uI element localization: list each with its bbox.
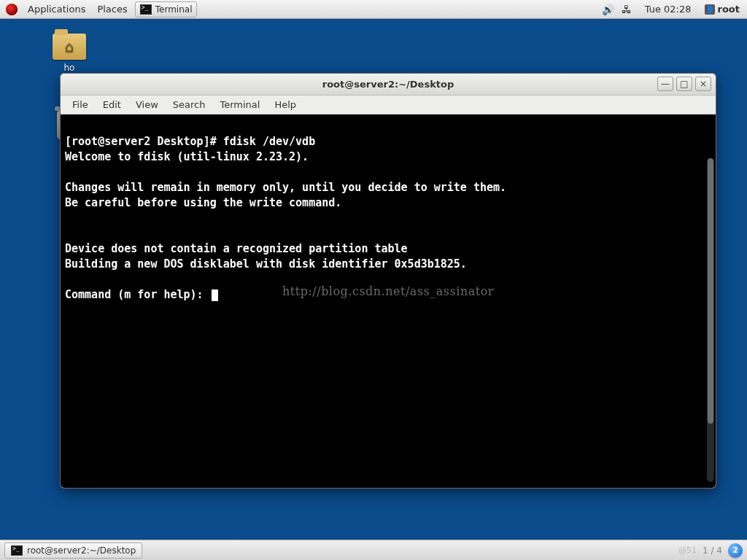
close-button[interactable]: × — [695, 77, 711, 91]
terminal-prompt: Command (m for help): — [65, 288, 218, 301]
desktop-home-label: ho — [44, 63, 95, 73]
scrollbar[interactable] — [707, 158, 714, 482]
maximize-button[interactable]: □ — [676, 77, 692, 91]
window-title: root@server2:~/Desktop — [61, 79, 716, 90]
scrollbar-thumb[interactable] — [708, 158, 713, 424]
terminal-viewport[interactable]: [root@server2 Desktop]# fdisk /dev/vdb W… — [61, 114, 716, 488]
menu-view[interactable]: View — [128, 97, 166, 112]
taskbar-terminal-label: Terminal — [155, 4, 193, 15]
terminal-icon — [140, 4, 152, 15]
terminal-line: Be careful before using the write comman… — [65, 196, 341, 209]
applications-menu[interactable]: Applications — [22, 0, 91, 18]
terminal-line: [root@server2 Desktop]# fdisk /dev/vdb — [65, 135, 315, 148]
workspace-switcher[interactable]: 2 — [728, 543, 743, 558]
user-menu[interactable]: 👤 root — [705, 4, 740, 15]
taskbar-terminal-button[interactable]: Terminal — [135, 1, 198, 18]
clock[interactable]: Tue 02:28 — [639, 0, 697, 18]
folder-home-icon — [53, 34, 86, 60]
menu-search[interactable]: Search — [166, 97, 213, 112]
terminal-line: Building a new DOS disklabel with disk i… — [65, 257, 467, 271]
distro-icon[interactable] — [6, 4, 18, 15]
menu-help[interactable]: Help — [267, 97, 303, 112]
menu-edit[interactable]: Edit — [96, 97, 128, 112]
desktop-home-folder[interactable]: ho — [44, 34, 95, 73]
taskbar-entry-terminal[interactable]: root@server2:~/Desktop — [4, 542, 142, 559]
volume-icon[interactable]: 🔊 — [602, 4, 614, 15]
cursor — [212, 289, 218, 301]
network-icon[interactable]: 🖧 — [622, 4, 632, 15]
menu-terminal[interactable]: Terminal — [212, 97, 267, 112]
minimize-button[interactable]: — — [657, 77, 673, 91]
top-panel: Applications Places Terminal 🔊 🖧 Tue 02:… — [0, 0, 747, 19]
faded-hint: @51 — [678, 545, 697, 555]
terminal-window: root@server2:~/Desktop — □ × File Edit V… — [60, 73, 716, 489]
window-titlebar[interactable]: root@server2:~/Desktop — □ × — [61, 74, 716, 96]
taskbar-entry-label: root@server2:~/Desktop — [27, 545, 136, 556]
terminal-line: Welcome to fdisk (util-linux 2.23.2). — [65, 150, 309, 163]
user-label: root — [718, 4, 740, 15]
terminal-line: Changes will remain in memory only, unti… — [65, 181, 506, 194]
places-menu[interactable]: Places — [91, 0, 133, 18]
user-icon: 👤 — [705, 4, 715, 15]
menubar: File Edit View Search Terminal Help — [61, 96, 716, 114]
terminal-line: Device does not contain a recognized par… — [65, 242, 408, 255]
terminal-icon — [11, 545, 23, 556]
bottom-panel: root@server2:~/Desktop @51 1 / 4 2 — [0, 540, 747, 560]
page-indicator: 1 / 4 — [703, 545, 722, 556]
menu-file[interactable]: File — [65, 97, 96, 112]
